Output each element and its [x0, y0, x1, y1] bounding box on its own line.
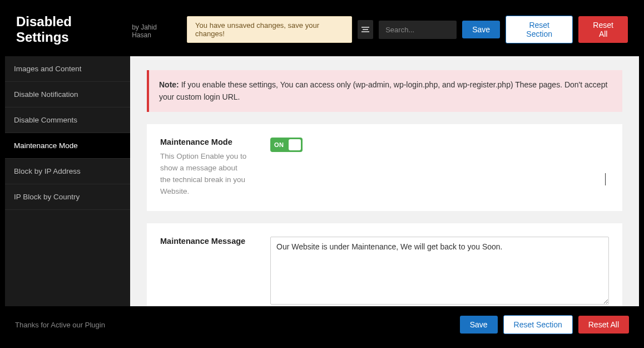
footer-bar: Thanks for Active our Plugin Save Reset …	[5, 306, 639, 343]
reset-all-button[interactable]: Reset All	[578, 16, 628, 43]
sidebar-item-label: Disable Notification	[14, 90, 78, 99]
sidebar: Images and Content Disable Notification …	[5, 56, 130, 306]
maintenance-mode-description: This Option Enable you to show a message…	[160, 151, 248, 198]
text-cursor	[605, 173, 606, 185]
main-content: Note: If you enable these settings, You …	[130, 56, 639, 306]
sidebar-item-label: Block by IP Address	[14, 167, 81, 175]
maintenance-mode-toggle[interactable]: ON	[270, 138, 303, 152]
header-bar: Disabled Settings by Jahid Hasan You hav…	[5, 5, 639, 56]
save-button[interactable]: Save	[462, 21, 500, 38]
note-text: If you enable these settings, You can ac…	[159, 80, 607, 101]
sidebar-item-disable-notification[interactable]: Disable Notification	[5, 82, 130, 107]
sidebar-item-disable-comments[interactable]: Disable Comments	[5, 107, 130, 133]
sidebar-item-block-by-ip[interactable]: Block by IP Address	[5, 159, 130, 184]
footer-reset-all-button[interactable]: Reset All	[578, 316, 629, 334]
toggle-on-label: ON	[270, 141, 284, 148]
sidebar-item-maintenance-mode[interactable]: Maintenance Mode	[5, 133, 130, 159]
footer-thanks-text: Thanks for Active our Plugin	[15, 321, 105, 329]
note-label: Note:	[159, 80, 179, 89]
note-banner: Note: If you enable these settings, You …	[147, 70, 622, 112]
sidebar-item-label: Maintenance Mode	[14, 141, 78, 150]
app-window: Disabled Settings by Jahid Hasan You hav…	[0, 0, 644, 348]
maintenance-mode-label: Maintenance Mode	[160, 138, 248, 146]
maintenance-mode-panel: Maintenance Mode This Option Enable you …	[147, 124, 622, 211]
author-byline: by Jahid Hasan	[132, 23, 176, 39]
maintenance-message-label: Maintenance Message	[160, 237, 248, 246]
expand-icon	[361, 26, 369, 33]
search-input[interactable]	[379, 21, 457, 39]
maintenance-message-panel: Maintenance Message	[147, 223, 622, 306]
sidebar-item-label: Disable Comments	[14, 116, 77, 124]
footer-save-button[interactable]: Save	[460, 316, 498, 334]
sidebar-item-images-content[interactable]: Images and Content	[5, 56, 130, 82]
page-title: Disabled Settings	[16, 14, 123, 45]
unsaved-changes-banner: You have unsaved changes, save your chan…	[187, 16, 351, 43]
footer-reset-section-button[interactable]: Reset Section	[503, 315, 573, 334]
sidebar-item-label: Images and Content	[14, 65, 82, 73]
maintenance-message-textarea[interactable]	[270, 237, 609, 305]
body: Images and Content Disable Notification …	[5, 56, 639, 306]
svg-rect-1	[363, 29, 368, 30]
toggle-knob	[289, 139, 301, 150]
svg-rect-0	[361, 27, 369, 28]
sidebar-item-ip-block-country[interactable]: IP Block by Country	[5, 184, 130, 210]
expand-toggle-button[interactable]	[358, 20, 374, 39]
svg-rect-2	[361, 31, 369, 32]
reset-section-button[interactable]: Reset Section	[506, 16, 573, 43]
sidebar-item-label: IP Block by Country	[14, 193, 80, 201]
